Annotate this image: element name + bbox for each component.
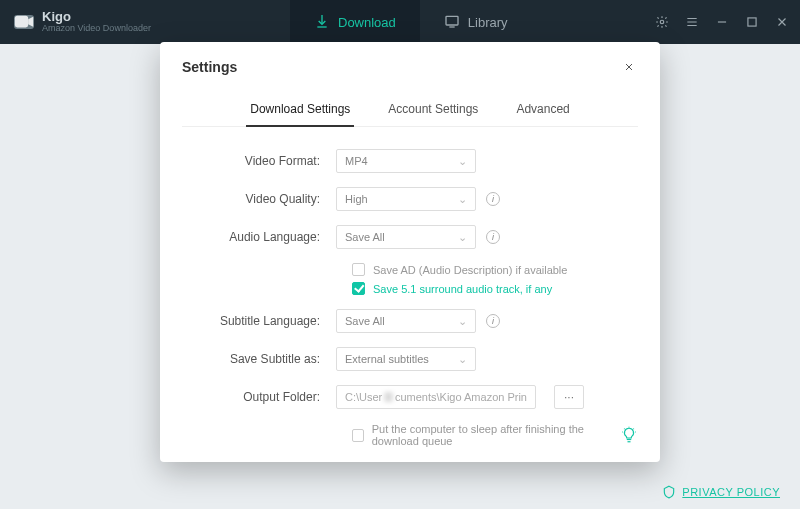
- modal-header: Settings: [182, 58, 638, 76]
- modal-title: Settings: [182, 59, 237, 75]
- label-output-folder: Output Folder:: [186, 390, 336, 404]
- svg-rect-3: [748, 18, 756, 26]
- tab-account-settings[interactable]: Account Settings: [384, 96, 482, 126]
- select-audio-language-value: Save All: [345, 231, 385, 243]
- checkbox-save-51[interactable]: [352, 282, 365, 295]
- library-icon: [444, 13, 460, 32]
- select-subtitle-language[interactable]: Save All ⌄: [336, 309, 476, 333]
- privacy-policy-link[interactable]: PRIVACY POLICY: [662, 485, 780, 499]
- titlebar: Kigo Amazon Video Downloader Download Li…: [0, 0, 800, 44]
- brand-subtitle: Amazon Video Downloader: [42, 24, 151, 34]
- output-path-prefix: C:\User: [345, 391, 382, 403]
- browse-button[interactable]: ···: [554, 385, 584, 409]
- select-video-format-value: MP4: [345, 155, 368, 167]
- tab-download-settings[interactable]: Download Settings: [246, 96, 354, 126]
- nav-library[interactable]: Library: [420, 0, 532, 44]
- select-save-subtitle-as-value: External subtitles: [345, 353, 429, 365]
- close-icon[interactable]: [774, 14, 790, 30]
- tab-advanced[interactable]: Advanced: [512, 96, 573, 126]
- label-sleep-after: Put the computer to sleep after finishin…: [372, 423, 634, 447]
- svg-point-2: [660, 20, 664, 24]
- checkbox-sleep-after[interactable]: [352, 429, 364, 442]
- label-save-subtitle-as: Save Subtitle as:: [186, 352, 336, 366]
- chevron-down-icon: ⌄: [458, 231, 467, 244]
- gear-icon[interactable]: [654, 14, 670, 30]
- svg-rect-1: [446, 16, 458, 25]
- chevron-down-icon: ⌄: [458, 353, 467, 366]
- chevron-down-icon: ⌄: [458, 315, 467, 328]
- nav-download[interactable]: Download: [290, 0, 420, 44]
- output-folder-input[interactable]: C:\User cuments\Kigo Amazon Prin: [336, 385, 536, 409]
- info-icon[interactable]: i: [486, 192, 500, 206]
- maximize-icon[interactable]: [744, 14, 760, 30]
- output-path-blurred: [384, 392, 393, 402]
- label-save-ad: Save AD (Audio Description) if available: [373, 264, 567, 276]
- select-audio-language[interactable]: Save All ⌄: [336, 225, 476, 249]
- settings-form: Video Format: MP4 ⌄ Video Quality: High …: [182, 149, 638, 453]
- chevron-down-icon: ⌄: [458, 155, 467, 168]
- modal-close-button[interactable]: [620, 58, 638, 76]
- menu-icon[interactable]: [684, 14, 700, 30]
- brand: Kigo Amazon Video Downloader: [0, 10, 151, 34]
- chevron-down-icon: ⌄: [458, 193, 467, 206]
- select-save-subtitle-as[interactable]: External subtitles ⌄: [336, 347, 476, 371]
- brand-icon: [14, 15, 34, 29]
- window-controls: [654, 0, 790, 44]
- select-video-quality[interactable]: High ⌄: [336, 187, 476, 211]
- settings-modal: Settings Download Settings Account Setti…: [160, 42, 660, 462]
- nav-download-label: Download: [338, 15, 396, 30]
- settings-tabs: Download Settings Account Settings Advan…: [182, 96, 638, 127]
- select-video-format[interactable]: MP4 ⌄: [336, 149, 476, 173]
- info-icon[interactable]: i: [486, 314, 500, 328]
- select-video-quality-value: High: [345, 193, 368, 205]
- minimize-icon[interactable]: [714, 14, 730, 30]
- label-save-51: Save 5.1 surround audio track, if any: [373, 283, 552, 295]
- select-subtitle-language-value: Save All: [345, 315, 385, 327]
- svg-rect-0: [15, 16, 28, 28]
- brand-title: Kigo: [42, 10, 151, 24]
- output-path-mid: cuments\Kigo Amazon Prin: [395, 391, 527, 403]
- label-video-format: Video Format:: [186, 154, 336, 168]
- checkbox-save-ad[interactable]: [352, 263, 365, 276]
- info-icon[interactable]: i: [486, 230, 500, 244]
- tip-button[interactable]: [620, 426, 638, 448]
- privacy-policy-label: PRIVACY POLICY: [682, 486, 780, 498]
- download-icon: [314, 13, 330, 32]
- label-video-quality: Video Quality:: [186, 192, 336, 206]
- label-subtitle-language: Subtitle Language:: [186, 314, 336, 328]
- app-window: Kigo Amazon Video Downloader Download Li…: [0, 0, 800, 509]
- nav-library-label: Library: [468, 15, 508, 30]
- label-audio-language: Audio Language:: [186, 230, 336, 244]
- main-nav: Download Library: [290, 0, 532, 44]
